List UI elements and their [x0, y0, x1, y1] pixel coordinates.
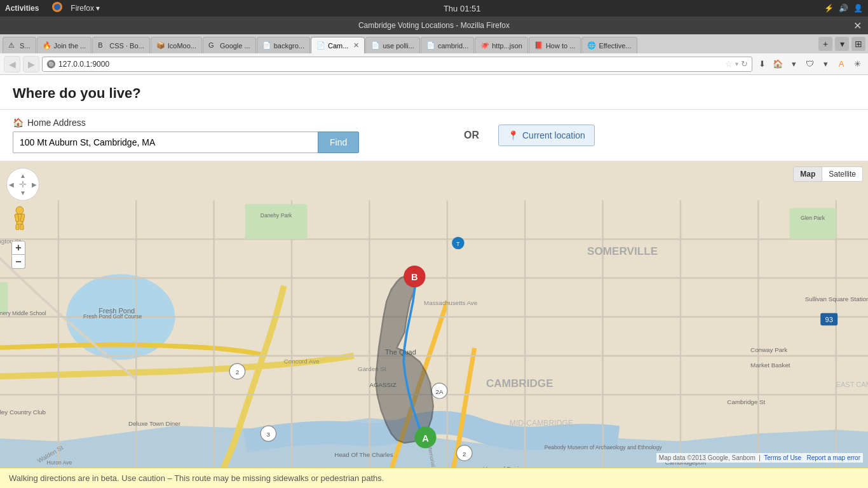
- svg-text:MID-CAMBRIDGE: MID-CAMBRIDGE: [510, 419, 573, 428]
- dropdown-icon[interactable]: ▾: [735, 60, 738, 67]
- warning-text: Walking directions are in beta. Use caut…: [9, 473, 384, 483]
- pegman-icon[interactable]: [11, 206, 28, 230]
- svg-text:AGASSIZ: AGASSIZ: [369, 381, 396, 388]
- tab-join[interactable]: 🔥 Join the ...: [37, 37, 92, 53]
- extra-icon[interactable]: ▾: [818, 57, 832, 71]
- tab-favicon: 🔥: [43, 41, 51, 50]
- location-pin-icon: 📍: [508, 130, 519, 140]
- back-button[interactable]: ◀: [4, 56, 20, 72]
- svg-text:Huron Ave: Huron Ave: [47, 459, 72, 466]
- map-type-satellite-button[interactable]: Satellite: [822, 166, 863, 182]
- svg-text:A: A: [422, 433, 429, 444]
- page-icon: 🔘: [46, 60, 56, 69]
- svg-text:Peabody Museum of Archaeology : Peabody Museum of Archaeology and Ethnol…: [545, 444, 663, 451]
- find-button[interactable]: Find: [318, 132, 359, 153]
- wifi-icon: ⚡: [824, 4, 834, 13]
- svg-text:Massachusetts Ave: Massachusetts Ave: [424, 299, 477, 306]
- svg-rect-70: [16, 224, 19, 230]
- svg-text:T: T: [456, 241, 460, 247]
- report-link[interactable]: Report a map error: [807, 454, 860, 461]
- tab-grid-button[interactable]: ⊞: [851, 37, 865, 51]
- svg-text:SOMERVILLE: SOMERVILLE: [587, 245, 658, 257]
- tab-list-button[interactable]: ▾: [835, 37, 849, 51]
- nav-right-actions: ⬇ 🏠 ▾ 🛡 ▾ A ✳: [755, 57, 864, 71]
- svg-text:93: 93: [825, 316, 833, 323]
- amazon-icon[interactable]: A: [834, 57, 848, 71]
- dropdown-nav-icon[interactable]: ▾: [787, 57, 801, 71]
- tab-favicon: ⚠: [8, 41, 17, 50]
- svg-text:Fresh Pond Golf Course: Fresh Pond Golf Course: [83, 313, 142, 320]
- svg-text:WL Chenery Middle School: WL Chenery Middle School: [0, 310, 46, 316]
- shield-icon[interactable]: 🛡: [803, 57, 817, 71]
- svg-text:Sullivan Square Station: Sullivan Square Station: [805, 295, 868, 302]
- zoom-in-button[interactable]: +: [11, 241, 25, 255]
- tab-label: Join the ...: [54, 42, 86, 50]
- map-type-map-button[interactable]: Map: [793, 166, 822, 182]
- svg-text:Oakley Country Club: Oakley Country Club: [0, 409, 46, 416]
- tab-favicon: 📄: [262, 41, 271, 50]
- svg-text:3: 3: [267, 431, 271, 438]
- warning-bar: Walking directions are in beta. Use caut…: [0, 468, 868, 488]
- system-tray: ⚡ 🔊 👤: [824, 4, 863, 13]
- tab-favicon: 📄: [426, 41, 435, 50]
- map-background: Fresh Pond: [0, 161, 868, 488]
- addon-icon[interactable]: ✳: [850, 57, 864, 71]
- svg-text:2: 2: [463, 451, 466, 458]
- tab-label: http...json: [492, 42, 522, 50]
- svg-text:2: 2: [236, 369, 239, 376]
- download-icon[interactable]: ⬇: [755, 57, 769, 71]
- page-header: Where do you live?: [0, 75, 868, 110]
- tab-label: Effective...: [599, 42, 631, 50]
- home-nav-icon[interactable]: 🏠: [771, 57, 785, 71]
- svg-text:Deluxe Town Diner: Deluxe Town Diner: [128, 420, 181, 427]
- forward-button[interactable]: ▶: [23, 56, 39, 72]
- tab-howto[interactable]: 📕 How to ...: [529, 37, 581, 53]
- map-compass[interactable]: ▲ ◀ ✛ ▶ ▼: [6, 168, 39, 201]
- tab-bar: ⚠ S... 🔥 Join the ... B CSS · Bo... 📦 Ic…: [0, 34, 868, 53]
- activities-label[interactable]: Activities: [5, 4, 39, 13]
- tab-effective[interactable]: 🌐 Effective...: [581, 37, 637, 53]
- svg-text:Conway Park: Conway Park: [750, 346, 787, 353]
- tab-favicon: 📕: [534, 41, 543, 50]
- tab-label: backgro...: [274, 42, 304, 50]
- tab-close-icon[interactable]: ✕: [353, 41, 359, 50]
- refresh-icon[interactable]: ↻: [741, 59, 748, 69]
- close-button[interactable]: ✕: [853, 20, 862, 32]
- zoom-controls: + −: [11, 241, 25, 269]
- svg-text:B: B: [411, 272, 418, 282]
- new-tab-button[interactable]: +: [818, 37, 832, 51]
- tab-favicon: 🌐: [587, 41, 596, 50]
- current-location-button[interactable]: 📍 Current location: [498, 125, 595, 146]
- tab-bg[interactable]: 📄 backgro...: [257, 37, 310, 53]
- firefox-icon: [51, 1, 63, 15]
- svg-rect-71: [20, 224, 24, 230]
- tab-cam[interactable]: 📄 Cam... ✕: [311, 37, 365, 53]
- navigation-bar: ◀ ▶ 🔘 127.0.0.1:9000 ☆ ▾ ↻ ⬇ 🏠 ▾ 🛡 ▾ A ✳: [0, 53, 868, 75]
- firefox-label[interactable]: Firefox ▾: [71, 4, 100, 13]
- tab-google[interactable]: G Google ...: [203, 37, 256, 53]
- tab-json[interactable]: 🐙 http...json: [475, 37, 528, 53]
- terms-link[interactable]: Terms of Use: [764, 454, 801, 461]
- svg-text:EAST CAMBRIDGE: EAST CAMBRIDGE: [836, 381, 868, 388]
- zoom-out-button[interactable]: −: [11, 255, 25, 269]
- map-container[interactable]: Fresh Pond: [0, 161, 868, 488]
- url-text: 127.0.0.1:9000: [58, 60, 722, 69]
- page-title: Where do you live?: [13, 85, 855, 102]
- tab-favicon: G: [208, 41, 217, 50]
- address-bar[interactable]: 🔘 127.0.0.1:9000 ☆ ▾ ↻: [42, 57, 752, 72]
- or-divider: OR: [458, 130, 485, 141]
- system-bar: Activities Firefox ▾ Thu 01:51 ⚡ 🔊 👤: [0, 0, 868, 17]
- tab-polli[interactable]: 📄 use polli...: [365, 37, 420, 53]
- map-type-controls: Map Satellite: [793, 166, 863, 182]
- tab-css[interactable]: B CSS · Bo...: [92, 37, 149, 53]
- user-icon: 👤: [853, 4, 863, 13]
- tab-warning[interactable]: ⚠ S...: [3, 37, 36, 53]
- bookmark-icon[interactable]: ☆: [725, 59, 733, 69]
- tab-cambrid[interactable]: 📄 cambrid...: [421, 37, 474, 53]
- volume-icon: 🔊: [839, 4, 848, 13]
- svg-text:CAMBRIDGE: CAMBRIDGE: [486, 377, 553, 390]
- tab-ico[interactable]: 📦 IcoMoo...: [151, 37, 202, 53]
- address-input[interactable]: [13, 132, 318, 153]
- svg-rect-17: [245, 204, 308, 239]
- tab-favicon: 📦: [156, 41, 165, 50]
